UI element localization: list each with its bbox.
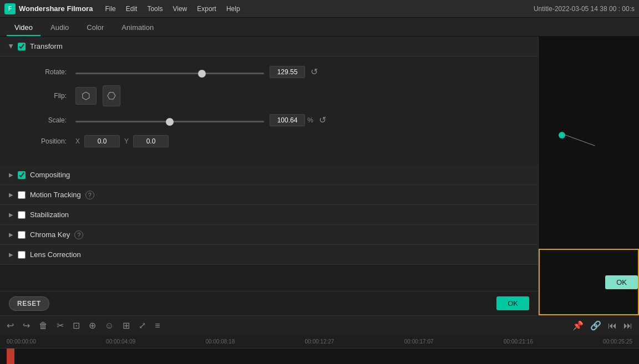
stabilization-chevron: ▶ (9, 212, 13, 218)
flip-horizontal-button[interactable]: ⬡ (75, 87, 97, 105)
menu-help[interactable]: Help (222, 3, 245, 15)
right-panel: OK (538, 37, 639, 315)
lens-correction-title: Lens Correction (30, 250, 81, 259)
redo-icon[interactable]: ↪ (23, 320, 30, 331)
pin-icon[interactable]: 📌 (572, 320, 584, 331)
logo-icon: F (4, 3, 16, 14)
motion-dot (559, 132, 565, 139)
transform-checkbox[interactable] (18, 43, 26, 50)
scale-reset-button[interactable]: ↺ (317, 114, 328, 126)
link-icon[interactable]: 🔗 (590, 320, 601, 331)
lens-correction-checkbox[interactable] (18, 251, 26, 259)
motion-line (564, 134, 595, 146)
zoom-in-icon[interactable]: ⊕ (89, 320, 96, 331)
playhead (7, 348, 14, 364)
tab-animation[interactable]: Animation (114, 20, 161, 36)
rotate-slider[interactable] (75, 73, 264, 74)
tab-color[interactable]: Color (79, 20, 111, 36)
time-mark-1: 00:00:04:09 (106, 339, 135, 345)
smileys-icon[interactable]: ☺ (105, 321, 114, 331)
rotate-input[interactable] (270, 66, 305, 78)
tabbar: Video Audio Color Animation (0, 18, 639, 37)
transform-section: ▶ Transform Rotate: ↺ (0, 37, 538, 165)
time-mark-5: 00:00:21:16 (504, 339, 533, 345)
rotate-reset-button[interactable]: ↺ (308, 65, 320, 78)
transform-content: Rotate: ↺ Flip: ⬡ ⬡ (0, 57, 538, 165)
scissors-icon[interactable]: ✂ (57, 320, 64, 331)
menu-tools[interactable]: Tools (143, 3, 167, 15)
transform-title: Transform (30, 42, 63, 50)
motion-tracking-section: ▶ Motion Tracking ? (0, 185, 538, 205)
tab-audio[interactable]: Audio (43, 20, 77, 36)
time-markers: 00:00:00:00 00:00:04:09 00:00:08:18 00:0… (7, 339, 632, 345)
chroma-key-header[interactable]: ▶ Chroma Key ? (0, 225, 538, 245)
play-forward-icon[interactable]: ⏭ (623, 321, 632, 331)
ok-button[interactable]: OK (496, 296, 529, 310)
motion-tracking-title: Motion Tracking (30, 191, 81, 199)
time-mark-3: 00:00:12:27 (305, 339, 334, 345)
app-name: Wondershare Filmora (19, 4, 93, 13)
preview-area (539, 37, 639, 249)
ok-overlay-button[interactable]: OK (605, 275, 638, 289)
flip-vertical-button[interactable]: ⬡ (103, 85, 120, 106)
chroma-key-chevron: ▶ (9, 232, 13, 238)
motion-tracking-help-icon[interactable]: ? (85, 191, 94, 199)
bottom-bar: RESET OK (0, 291, 538, 315)
transform-header[interactable]: ▶ Transform (0, 37, 538, 57)
stabilization-section: ▶ Stabilization (0, 205, 538, 225)
position-label: Position: (22, 137, 67, 145)
flip-row: Flip: ⬡ ⬡ (22, 87, 516, 105)
delete-icon[interactable]: 🗑 (39, 321, 48, 331)
motion-tracking-checkbox[interactable] (18, 191, 26, 199)
transform-icon[interactable]: ⊞ (123, 320, 130, 331)
play-back-icon[interactable]: ⏮ (608, 321, 617, 331)
chroma-key-help-icon[interactable]: ? (74, 230, 83, 239)
extend-icon[interactable]: ⤢ (139, 320, 146, 331)
menu-view[interactable]: View (168, 3, 191, 15)
time-mark-6: 00:00:25:25 (603, 339, 632, 345)
compositing-title: Compositing (30, 171, 70, 179)
crop-icon[interactable]: ⊡ (73, 320, 80, 331)
menu-export[interactable]: Export (192, 3, 221, 15)
scale-unit: % (307, 116, 313, 124)
lens-correction-section: ▶ Lens Correction (0, 245, 538, 265)
position-group: X Y (75, 135, 169, 147)
menu-edit[interactable]: Edit (121, 3, 142, 15)
tab-video[interactable]: Video (7, 20, 40, 36)
position-y-input[interactable] (133, 135, 169, 147)
scale-input[interactable] (270, 114, 305, 126)
undo-icon[interactable]: ↩ (7, 320, 14, 331)
stabilization-header[interactable]: ▶ Stabilization (0, 205, 538, 225)
compositing-checkbox[interactable] (18, 171, 26, 179)
position-x-input[interactable] (84, 135, 120, 147)
timeline-section: 00:00:00:00 00:00:04:09 00:00:08:18 00:0… (0, 335, 639, 364)
window-title: Untitle-2022-03-05 14 38 00 : 00:s (534, 5, 635, 13)
scale-slider-container (75, 116, 264, 124)
scale-slider[interactable] (75, 121, 264, 122)
motion-tracking-header[interactable]: ▶ Motion Tracking ? (0, 185, 538, 205)
properties-list: ▶ Transform Rotate: ↺ (0, 37, 538, 291)
stabilization-checkbox[interactable] (18, 211, 26, 219)
app-logo: F Wondershare Filmora (4, 3, 93, 14)
track-row (0, 348, 639, 364)
titlebar: F Wondershare Filmora File Edit Tools Vi… (0, 0, 639, 18)
scale-label: Scale: (22, 116, 67, 124)
transform-chevron: ▶ (8, 44, 14, 49)
lens-correction-header[interactable]: ▶ Lens Correction (0, 245, 538, 265)
chroma-key-section: ▶ Chroma Key ? (0, 225, 538, 245)
menu-bar: File Edit Tools View Export Help (100, 3, 244, 15)
reset-button[interactable]: RESET (9, 296, 49, 311)
ruler-row: 00:00:00:00 00:00:04:09 00:00:08:18 00:0… (0, 335, 639, 348)
flip-label: Flip: (22, 92, 67, 100)
menu-file[interactable]: File (100, 3, 120, 15)
keyframe-icon[interactable]: ≡ (155, 321, 160, 331)
compositing-section: ▶ Compositing (0, 165, 538, 185)
y-label: Y (124, 137, 129, 145)
compositing-chevron: ▶ (9, 172, 13, 178)
properties-panel: ▶ Transform Rotate: ↺ (0, 37, 538, 315)
chroma-key-checkbox[interactable] (18, 231, 26, 239)
compositing-header[interactable]: ▶ Compositing (0, 165, 538, 185)
rotate-label: Rotate: (22, 68, 67, 76)
rotate-row: Rotate: ↺ (22, 65, 516, 78)
chroma-key-title: Chroma Key (30, 230, 70, 239)
